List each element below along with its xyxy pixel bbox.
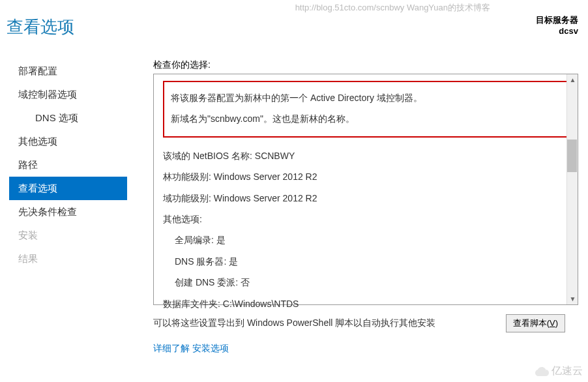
review-box: 将该服务器配置为新林中的第一个 Active Directory 域控制器。 新… xyxy=(153,74,578,305)
line-global-catalog: 全局编录: 是 xyxy=(163,229,568,250)
sidebar-item-review-options[interactable]: 查看选项 xyxy=(9,177,127,200)
sidebar-item-prereq-check[interactable]: 先决条件检查 xyxy=(9,200,127,224)
scrollbar[interactable]: ▲ ▼ xyxy=(566,74,578,304)
sidebar-item-install: 安装 xyxy=(9,224,127,247)
highlight-line-1: 将该服务器配置为新林中的第一个 Active Directory 域控制器。 xyxy=(171,87,561,108)
scroll-up-icon[interactable]: ▲ xyxy=(567,74,578,85)
learn-more-row: 详细了解 安装选项 xyxy=(153,343,578,355)
target-server-name: dcsv xyxy=(536,26,578,36)
sidebar-item-deploy-config[interactable]: 部署配置 xyxy=(9,59,127,83)
line-dns-delegation: 创建 DNS 委派: 否 xyxy=(163,272,568,293)
line-other-options: 其他选项: xyxy=(163,209,568,229)
line-domain-level: 域功能级别: Windows Server 2012 R2 xyxy=(163,188,568,209)
sidebar-item-results: 结果 xyxy=(9,247,127,271)
learn-more-link[interactable]: 安装选项 xyxy=(192,343,229,353)
scroll-down-icon[interactable]: ▼ xyxy=(567,293,578,304)
line-dns-server: DNS 服务器: 是 xyxy=(163,251,568,272)
sidebar-item-dc-options[interactable]: 域控制器选项 xyxy=(9,83,127,106)
export-text: 可以将这些设置导出到 Windows PowerShell 脚本以自动执行其他安… xyxy=(153,317,435,329)
target-server-block: 目标服务器 dcsv xyxy=(536,14,578,36)
sidebar: 部署配置 域控制器选项 DNS 选项 其他选项 路径 查看选项 先决条件检查 安… xyxy=(0,59,127,355)
view-script-label: 查看脚本 xyxy=(513,318,547,328)
line-netbios: 该域的 NetBIOS 名称: SCNBWY xyxy=(163,145,568,166)
export-row: 可以将这些设置导出到 Windows PowerShell 脚本以自动执行其他安… xyxy=(153,314,578,332)
sidebar-item-paths[interactable]: 路径 xyxy=(9,153,127,177)
footer-watermark: 亿速云 xyxy=(535,364,583,378)
scrollbar-thumb[interactable] xyxy=(567,140,577,172)
target-server-label: 目标服务器 xyxy=(536,14,578,26)
view-script-button[interactable]: 查看脚本(V) xyxy=(506,314,565,332)
sidebar-item-other-options[interactable]: 其他选项 xyxy=(9,130,127,153)
sidebar-item-dns-options[interactable]: DNS 选项 xyxy=(9,106,127,130)
line-db-folder: 数据库文件夹: C:\Windows\NTDS xyxy=(163,293,568,314)
footer-watermark-text: 亿速云 xyxy=(551,364,583,378)
content-area: 检查你的选择: 将该服务器配置为新林中的第一个 Active Directory… xyxy=(127,59,588,355)
highlight-line-2: 新域名为"scnbwy.com"。这也是新林的名称。 xyxy=(171,108,561,129)
learn-more-label: 详细了解 xyxy=(153,343,190,353)
watermark-url: http://blog.51cto.com/scnbwy WangYuan的技术… xyxy=(295,2,490,14)
highlight-box: 将该服务器配置为新林中的第一个 Active Directory 域控制器。 新… xyxy=(163,81,568,138)
page-title: 查看选项 xyxy=(0,0,588,59)
view-script-key: V xyxy=(550,318,555,328)
cloud-icon xyxy=(535,366,550,377)
review-label: 检查你的选择: xyxy=(153,59,578,71)
line-forest-level: 林功能级别: Windows Server 2012 R2 xyxy=(163,166,568,187)
